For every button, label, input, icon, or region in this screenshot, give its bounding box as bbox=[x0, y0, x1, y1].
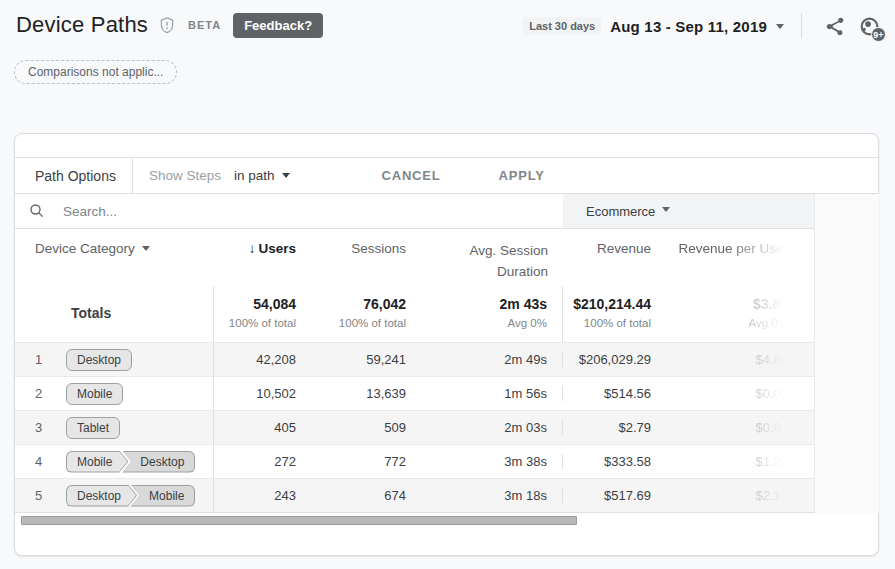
chevron-down-icon bbox=[142, 246, 150, 251]
divider bbox=[801, 13, 802, 39]
sessions-value: 772 bbox=[296, 454, 406, 469]
date-controls: Last 30 days Aug 13 - Sep 11, 2019 9+ bbox=[523, 13, 887, 39]
horizontal-scrollbar[interactable] bbox=[21, 516, 577, 525]
revenue-per-user-value: $4.88 bbox=[651, 352, 788, 367]
column-header-avg-session-duration[interactable]: Avg. Session Duration bbox=[406, 229, 563, 286]
totals-sessions: 76,042 100% of total bbox=[296, 286, 406, 342]
table-body: 1 Desktop 42,208 59,241 2m 49s $206,029.… bbox=[15, 342, 814, 513]
device-path-chip[interactable]: Desktop bbox=[66, 485, 137, 507]
path-options-toolbar: Path Options Show Steps in path CANCEL A… bbox=[15, 157, 878, 194]
steps-mode-value: in path bbox=[234, 168, 275, 183]
beta-badge: BETA bbox=[188, 19, 221, 31]
metric-group-dropdown[interactable]: Ecommerce bbox=[563, 194, 814, 228]
chevron-down-icon bbox=[282, 173, 290, 178]
search-and-group-row: Ecommerce bbox=[15, 194, 878, 229]
duration-value: 3m 38s bbox=[406, 454, 563, 469]
revenue-value: $206,029.29 bbox=[563, 352, 651, 367]
device-path-chip[interactable]: Desktop bbox=[122, 451, 195, 473]
column-header-revenue-per-user[interactable]: Revenue per User bbox=[651, 229, 788, 286]
revenue-per-user-value: $2.13 bbox=[651, 488, 788, 503]
sort-descending-icon: ↓ bbox=[249, 241, 256, 256]
row-index: 4 bbox=[35, 454, 49, 469]
column-header-users[interactable]: ↓Users bbox=[214, 229, 296, 286]
users-value: 405 bbox=[214, 420, 296, 435]
row-index: 5 bbox=[35, 488, 49, 503]
device-chip[interactable]: Tablet bbox=[66, 417, 120, 439]
totals-revenue: $210,214.44 100% of total bbox=[563, 286, 651, 342]
metric-group-label: Ecommerce bbox=[586, 204, 655, 219]
users-value: 10,502 bbox=[214, 386, 296, 401]
device-chip[interactable]: Mobile bbox=[66, 383, 123, 405]
totals-row: Totals 54,084 100% of total 76,042 100% … bbox=[15, 286, 814, 342]
users-value: 42,208 bbox=[214, 352, 296, 367]
totals-spacer bbox=[788, 286, 814, 342]
revenue-value: $333.58 bbox=[563, 454, 651, 469]
revenue-value: $517.69 bbox=[563, 488, 651, 503]
totals-revenue-per-user: $3.89 Avg 0% bbox=[651, 286, 788, 342]
table-row[interactable]: 2 Mobile 10,502 13,639 1m 56s $514.56 $0… bbox=[15, 376, 814, 410]
cancel-button[interactable]: CANCEL bbox=[376, 167, 447, 184]
row-index: 2 bbox=[35, 386, 49, 401]
path-options-button[interactable]: Path Options bbox=[35, 168, 116, 184]
divider bbox=[132, 158, 133, 194]
comparisons-chip[interactable]: Comparisons not applic... bbox=[14, 60, 177, 84]
users-value: 272 bbox=[214, 454, 296, 469]
column-header-device-category[interactable]: Device Category bbox=[15, 229, 214, 286]
search-box bbox=[15, 194, 563, 228]
table-right-gutter bbox=[814, 194, 879, 513]
table-row[interactable]: 1 Desktop 42,208 59,241 2m 49s $206,029.… bbox=[15, 342, 814, 376]
column-header-sessions[interactable]: Sessions bbox=[296, 229, 406, 286]
table-header-row: Device Category ↓Users Sessions Avg. Ses… bbox=[15, 229, 814, 286]
page-title: Device Paths bbox=[16, 12, 148, 38]
sessions-value: 13,639 bbox=[296, 386, 406, 401]
duration-value: 2m 03s bbox=[406, 420, 563, 435]
duration-value: 3m 18s bbox=[406, 488, 563, 503]
device-path-chip[interactable]: Mobile bbox=[131, 485, 195, 507]
chevron-down-icon bbox=[662, 207, 670, 212]
revenue-value: $514.56 bbox=[563, 386, 651, 401]
apply-button[interactable]: APPLY bbox=[493, 167, 551, 184]
duration-value: 1m 56s bbox=[406, 386, 563, 401]
table-row[interactable]: 5 Desktop Mobile 243 674 3m 18s $517.69 … bbox=[15, 478, 814, 512]
revenue-per-user-value: $1.23 bbox=[651, 454, 788, 469]
report-card: Path Options Show Steps in path CANCEL A… bbox=[14, 133, 879, 556]
page-header: Device Paths BETA Feedback? bbox=[16, 12, 323, 38]
table-row[interactable]: 4 Mobile Desktop 272 772 3m 38s $333.58 … bbox=[15, 444, 814, 478]
sessions-value: 59,241 bbox=[296, 352, 406, 367]
share-icon bbox=[825, 16, 846, 37]
revenue-per-user-value: $0.01 bbox=[651, 420, 788, 435]
device-chip[interactable]: Desktop bbox=[66, 349, 132, 371]
device-category-label: Device Category bbox=[35, 241, 135, 256]
header-spacer bbox=[788, 229, 814, 286]
feedback-button[interactable]: Feedback? bbox=[233, 13, 323, 38]
users-value: 243 bbox=[214, 488, 296, 503]
date-range-selector[interactable]: Aug 13 - Sep 11, 2019 bbox=[610, 18, 767, 35]
insights-count-badge: 9+ bbox=[871, 27, 886, 42]
chevron-down-icon bbox=[776, 24, 784, 29]
table-row[interactable]: 3 Tablet 405 509 2m 03s $2.79 $0.01 bbox=[15, 410, 814, 444]
sessions-value: 674 bbox=[296, 488, 406, 503]
show-steps-label: Show Steps bbox=[149, 168, 221, 183]
device-paths-page: Device Paths BETA Feedback? Comparisons … bbox=[0, 0, 895, 569]
sessions-value: 509 bbox=[296, 420, 406, 435]
totals-duration: 2m 43s Avg 0% bbox=[406, 286, 563, 342]
row-index: 3 bbox=[35, 420, 49, 435]
totals-users: 54,084 100% of total bbox=[214, 286, 296, 342]
revenue-value: $2.79 bbox=[563, 420, 651, 435]
info-shield-icon[interactable] bbox=[158, 15, 176, 35]
revenue-per-user-value: $0.05 bbox=[651, 386, 788, 401]
share-button[interactable] bbox=[825, 16, 846, 37]
row-index: 1 bbox=[35, 352, 49, 367]
search-icon bbox=[28, 202, 46, 220]
search-input[interactable] bbox=[61, 203, 481, 220]
duration-value: 2m 49s bbox=[406, 352, 563, 367]
insights-button[interactable]: 9+ bbox=[858, 15, 881, 38]
device-path-chip[interactable]: Mobile bbox=[66, 451, 128, 473]
steps-mode-dropdown[interactable]: in path bbox=[234, 168, 290, 183]
users-label: Users bbox=[258, 241, 296, 256]
column-header-revenue[interactable]: Revenue bbox=[563, 229, 651, 286]
date-preset-badge: Last 30 days bbox=[523, 17, 601, 35]
totals-label: Totals bbox=[15, 286, 214, 342]
